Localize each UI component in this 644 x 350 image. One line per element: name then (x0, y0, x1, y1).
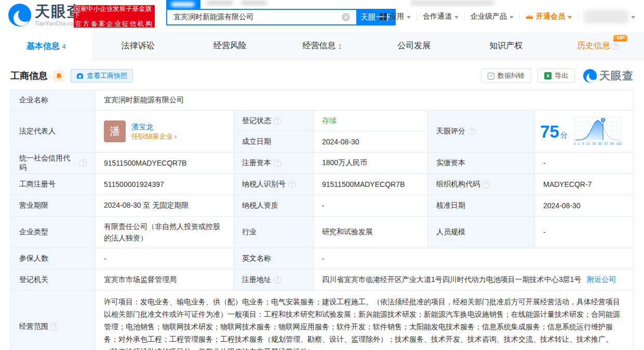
field-label: 营业期限 (11, 195, 95, 216)
taxpayer-quality-value: - (313, 195, 427, 216)
tab-basic-info[interactable]: 基本信息 4 (0, 32, 92, 60)
search-type-tab-active[interactable] (166, 0, 200, 9)
field-label: 登记状态 ? (233, 111, 313, 131)
score-unit: 分 (560, 131, 568, 139)
score-value: 75 (540, 122, 559, 141)
nav-membership-label: 开通会员 (536, 12, 565, 21)
search-type-tab[interactable] (239, 0, 269, 9)
field-label: 核准日期 (427, 195, 534, 216)
blurred-tab-text (241, 1, 267, 5)
english-name-value: - (313, 248, 633, 269)
table-row: 企业名称 宜宾润时新能源有限公司 (11, 90, 633, 111)
tab-legal-litigation[interactable]: 法律诉讼 (92, 32, 184, 60)
field-label: 纳税人识别号? (233, 174, 313, 195)
reg-status-label: 登记状态 (242, 116, 271, 126)
field-label: 企业名称 (11, 90, 95, 110)
help-icon[interactable]: ? (79, 159, 87, 167)
tab-operation-risk[interactable]: 经营风险 (184, 32, 276, 60)
table-row: 参保人数 - 英文名称 - (11, 248, 633, 270)
nav-apps-label: 应用 (390, 12, 404, 21)
field-label: 人员规模 (427, 217, 534, 248)
field-label: 成立日期 (233, 131, 313, 152)
reg-capital-value: 1800万人民币 (313, 153, 427, 173)
tab-label: 经营风险 (213, 41, 247, 51)
clear-search-icon[interactable]: ✕ (342, 13, 350, 21)
watermark-label: 天眼查 (599, 69, 634, 83)
help-icon[interactable]: ? (274, 276, 281, 284)
help-icon[interactable]: ? (274, 159, 281, 167)
gov-badge-line2: 官方备案企业征信机构 (75, 21, 153, 28)
camera-icon (76, 73, 84, 79)
company-type-value: 有限责任公司（非自然人投资或控股的法人独资） (95, 217, 233, 248)
chevron-down-icon (509, 16, 514, 19)
apps-grid-icon (380, 13, 387, 20)
chevron-down-icon (568, 16, 572, 19)
nav-apps[interactable]: 应用 (374, 12, 417, 21)
section-title: 工商信息 (10, 70, 48, 82)
correction-button-label: 数据纠错 (498, 71, 525, 80)
search-type-tab[interactable] (205, 0, 235, 9)
user-account-menu[interactable] (578, 10, 641, 23)
nav-open-membership[interactable]: 开通会员 (520, 12, 578, 21)
chevron-down-icon (631, 16, 635, 19)
tianyancha-logo[interactable]: 天眼查 TianYanCha.com (8, 4, 83, 26)
tianyancha-logo-icon (8, 4, 31, 26)
tab-label: 基本信息 (26, 41, 60, 52)
legal-rep-name-link[interactable]: 潘宝龙 (131, 123, 177, 130)
reg-status-value: 存续 (313, 111, 427, 131)
nearby-companies-link[interactable]: 附近公司 (587, 275, 616, 285)
help-icon[interactable]: ? (288, 181, 296, 188)
paid-capital-value: - (534, 153, 633, 173)
field-label: 注册地址? (233, 270, 313, 290)
help-icon[interactable]: ? (482, 181, 490, 188)
insured-num-value: - (95, 248, 233, 269)
subscribe-bell-button[interactable] (53, 70, 64, 82)
nav-cooperation[interactable]: 合作通道 (417, 12, 464, 21)
chevron-down-icon (407, 16, 411, 19)
field-label: 实缴资本 (427, 153, 534, 173)
help-icon[interactable]: ? (612, 43, 619, 50)
top-bar: 天眼查 TianYanCha.com 国家中小企业发展子基金旗下 官方备案企业征… (0, 0, 644, 32)
help-icon[interactable]: ? (468, 128, 475, 135)
bell-icon (56, 73, 62, 79)
positions-count-link[interactable]: 任职58家企业 › (131, 133, 177, 140)
score-axis-ticks: 0131550859799100 (574, 142, 622, 145)
nav-enterprise-products[interactable]: 企业级产品 (465, 12, 519, 21)
score-label: 天眼评分 (436, 127, 465, 136)
tab-count: 1 (338, 43, 342, 50)
tab-history-info[interactable]: VIP 历史信息 ? (552, 32, 644, 60)
data-correction-button[interactable]: 数据纠错 (481, 69, 531, 83)
business-scope-value: 许可项目：发电业务、输电业务、供（配）电业务；电气安装服务；建设工程施工。（依法… (95, 291, 633, 350)
avatar[interactable]: 潘 (104, 120, 126, 142)
tianyan-score-cell: 75分 (534, 111, 633, 152)
excel-icon: X (544, 72, 552, 79)
field-label: 行业 (233, 217, 313, 248)
field-label: 纳税人资质 (233, 195, 313, 216)
field-label: 参保人数 (11, 248, 95, 269)
status-badge: 存续 (322, 116, 337, 126)
field-label: 企业类型 (11, 217, 95, 248)
help-icon[interactable]: ? (51, 323, 58, 330)
tab-business-info[interactable]: 经营信息 1 (276, 32, 368, 60)
tab-label: 法律诉讼 (122, 41, 155, 51)
table-row: 企业类型 有限责任公司（非自然人投资或控股的法人独资） 行业 研究和试验发展 人… (11, 217, 633, 248)
field-label: 法定代表人 (11, 111, 95, 152)
search-input[interactable] (166, 9, 356, 25)
top-navigation: 应用 合作通道 企业级产品 开通会员 (374, 10, 641, 23)
business-snapshot-button[interactable]: 查看工商快照 (71, 69, 133, 83)
tab-label: 历史信息 (577, 41, 610, 51)
table-row: 登记机关 宜宾市市场监督管理局 注册地址? 四川省宜宾市临港经开区产业大道1号四… (11, 270, 633, 291)
field-label: 经营范围? (11, 291, 95, 350)
export-button[interactable]: X 导出 (538, 69, 575, 83)
company-section-tabs: 基本信息 4 法律诉讼 经营风险 经营信息 1 公司发展 知识产权 VIP 历史… (0, 32, 644, 60)
field-label: 英文名称 (233, 248, 313, 269)
field-label: 组织机构代码? (427, 174, 534, 195)
vip-badge: VIP (613, 35, 627, 42)
tab-intellectual-property[interactable]: 知识产权 (460, 32, 552, 60)
tab-company-development[interactable]: 公司发展 (368, 32, 460, 60)
help-icon[interactable]: ? (274, 117, 281, 125)
field-label: 天眼评分 ? (427, 111, 534, 152)
tab-label: 知识产权 (489, 41, 522, 51)
field-label: 注册资本? (233, 153, 313, 173)
tab-label: 公司发展 (397, 41, 431, 51)
